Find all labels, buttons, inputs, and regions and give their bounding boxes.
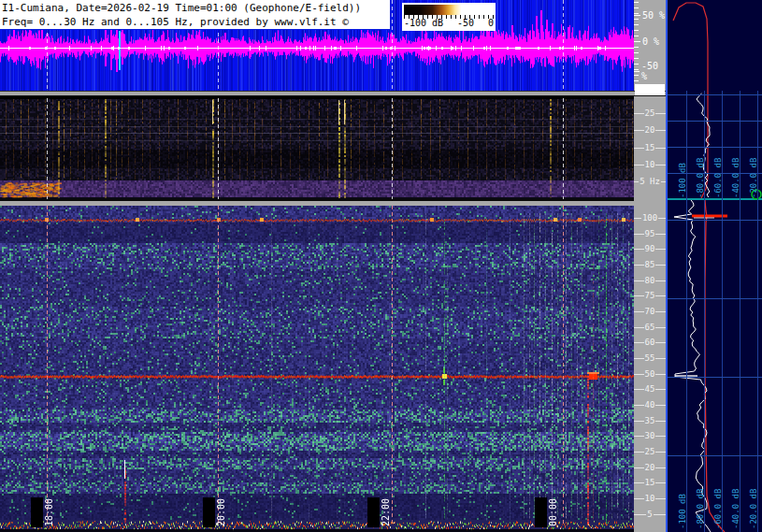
grid-line-horizontal [668,455,762,456]
db-axis-label: -20.0 dB [749,153,758,198]
colorbar-max-label: 0 [488,19,494,28]
geophone-freq-label: 15 [634,143,666,152]
efield-spectrogram-canvas [0,206,634,532]
grid-line-horizontal [668,94,762,95]
time-label: 22:00 [380,497,392,527]
title-box: I1-Cumiana, Date=2026-02-19 Time=01:00 (… [0,0,392,30]
title-line1: I1-Cumiana, Date=2026-02-19 Time=01:00 (… [2,2,361,14]
time-label-box: 00:00 [535,497,547,527]
geophone-freq-label: 10 [634,160,666,169]
title-line2: Freq= 0...30 Hz and 0...105 Hz, provided… [2,16,349,28]
amplitude-scale-strip: 50 %0 %-50 % [634,0,666,91]
time-label: 18:00 [43,497,55,527]
grid-line-horizontal [668,121,762,122]
grid-line-horizontal [668,298,762,299]
colorbar-mid-label: -50 [457,19,474,28]
colorbar-labels: -100 dB -50 0 [404,19,494,28]
colorbar-gradient [404,5,494,15]
separator-bar [0,91,666,96]
db-colorbar: -100 dB -50 0 [402,3,496,31]
efield-freq-label: 85 [634,260,666,269]
db-axis-label: -100 dB [678,153,687,198]
efield-freq-label: 70 [634,307,666,316]
separator-bar [0,199,666,206]
db-axis-label: -40.0 dB [731,484,740,529]
db-axis-label: -60.0 dB [713,484,723,529]
db-axis-label: -80.0 dB [696,484,705,529]
amplitude-axis-label: 0 % [634,36,666,47]
colorbar-min-label: -100 dB [404,19,443,28]
time-label-box: 22:00 [367,497,380,527]
frequency-scale-strip: 252015105 Hz1009590858075706560555045403… [634,96,666,532]
grid-line-horizontal [668,220,762,221]
db-axis-label: -40.0 dB [731,153,740,198]
efield-freq-label: 20 [634,463,666,472]
efield-freq-label: 80 [634,276,666,285]
amplitude-axis-label: 50 % [634,10,666,21]
spectrum-lab-window: 50 %0 %-50 % 252015105 Hz100959085807570… [0,0,762,532]
amplitude-axis-label: -50 % [634,61,666,81]
efield-freq-label: 75 [634,291,666,300]
efield-freq-label: 50 [634,369,666,379]
grid-line-horizontal [668,147,762,148]
efield-freq-label: 35 [634,416,666,425]
efield-freq-label: 55 [634,353,666,363]
efield-freq-label: 25 [634,447,666,456]
db-axis-label: -20.0 dB [749,484,758,529]
efield-freq-label: 65 [634,323,666,332]
spectrum-curves [666,0,762,532]
time-label: 20:00 [215,497,227,527]
efield-freq-label: 40 [634,400,666,410]
efield-freq-label: 10 [634,494,666,503]
db-axis-label: -100 dB [678,484,687,529]
time-label-box: 20:00 [203,497,215,527]
efield-freq-label: 5 [634,510,666,519]
grid-line-horizontal [668,377,762,378]
efield-freq-label: 95 [634,229,666,238]
geophone-freq-label: 25 [634,108,666,118]
efield-freq-label: 100 [634,213,666,223]
geophone-freq-label: 5 Hz [634,177,666,186]
efield-freq-label: 15 [634,478,666,487]
geophone-spectrogram-canvas [0,96,634,199]
efield-freq-label: 30 [634,431,666,440]
efield-freq-label: 45 [634,384,666,394]
scale-corner-box [635,84,665,95]
time-label-box: 18:00 [31,497,43,527]
db-axis-label: -60.0 dB [713,153,723,198]
efield-freq-label: 60 [634,338,666,347]
geophone-freq-label: 20 [634,125,666,135]
efield-freq-label: 90 [634,244,666,253]
db-axis-label: -80.0 dB [696,153,705,198]
spectrum-graph-panel: -100 dB-80.0 dB-60.0 dB-40.0 dB-20.0 dB-… [666,0,762,532]
time-label: 00:00 [547,497,559,527]
